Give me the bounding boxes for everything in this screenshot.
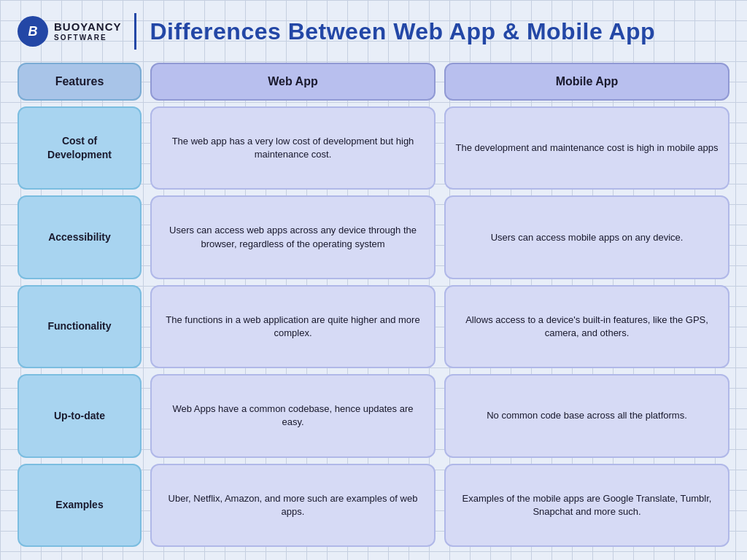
mobileapp-rows: The development and maintenance cost is …: [444, 106, 729, 547]
feature-cell-0: Cost of Development: [18, 106, 142, 190]
brand-sub: SOFTWARE: [54, 34, 121, 42]
mobileapp-cell-1: Users can access mobile apps on any devi…: [444, 195, 729, 279]
features-column: Features Cost of DevelopmentAccessibilit…: [18, 63, 142, 547]
mobileapp-column: Mobile App The development and maintenan…: [444, 63, 729, 547]
webapp-header: Web App: [150, 63, 436, 101]
webapp-cell-3: Web Apps have a common codebase, hence u…: [150, 374, 436, 457]
feature-cell-1: Accessibility: [18, 195, 142, 279]
logo-icon: B: [18, 16, 48, 47]
mobileapp-cell-0: The development and maintenance cost is …: [444, 106, 729, 190]
webapp-cell-2: The functions in a web application are q…: [150, 285, 436, 368]
mobileapp-cell-4: Examples of the mobile apps are Google T…: [444, 464, 729, 547]
webapp-cell-4: Uber, Netflix, Amazon, and more such are…: [150, 464, 436, 547]
features-rows: Cost of DevelopmentAccessibilityFunction…: [18, 106, 142, 547]
logo-text: BUOYANCY SOFTWARE: [54, 21, 121, 42]
mobileapp-cell-3: No common code base across all the platf…: [444, 374, 729, 457]
webapp-rows: The web app has a very low cost of devel…: [150, 106, 436, 547]
feature-cell-2: Functionality: [18, 285, 142, 368]
features-header: Features: [18, 63, 142, 101]
webapp-cell-1: Users can access web apps across any dev…: [150, 195, 436, 279]
mobileapp-header: Mobile App: [444, 63, 729, 101]
brand-name: BUOYANCY: [54, 21, 121, 34]
webapp-column: Web App The web app has a very low cost …: [150, 63, 436, 547]
feature-cell-4: Examples: [18, 464, 142, 547]
header-divider: [134, 13, 136, 50]
logo-area: B BUOYANCY SOFTWARE: [18, 16, 121, 47]
mobileapp-cell-2: Allows access to a device's built-in fea…: [444, 285, 729, 368]
webapp-cell-0: The web app has a very low cost of devel…: [150, 106, 436, 190]
header: B BUOYANCY SOFTWARE Differences Between …: [18, 13, 729, 50]
page-title: Differences Between Web App & Mobile App: [150, 18, 655, 45]
feature-cell-3: Up-to-date: [18, 374, 142, 457]
comparison-table: Features Cost of DevelopmentAccessibilit…: [18, 63, 729, 547]
